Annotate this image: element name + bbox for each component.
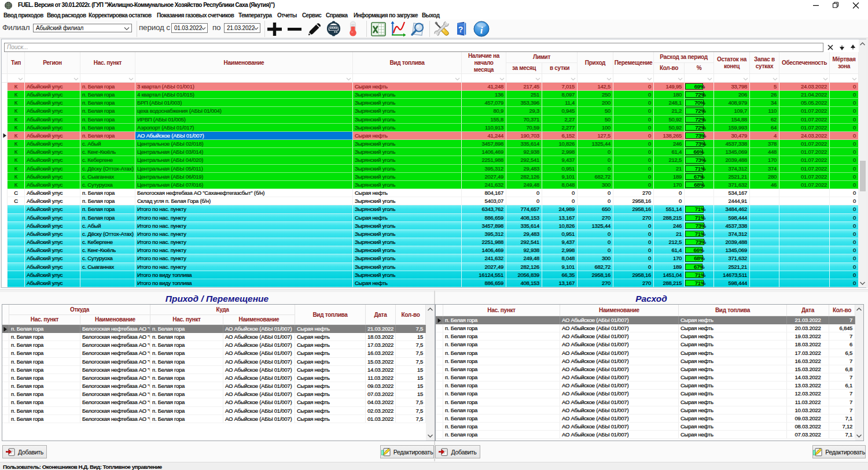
svg-text:i: i: [480, 25, 483, 36]
svg-text:?: ?: [458, 25, 464, 34]
